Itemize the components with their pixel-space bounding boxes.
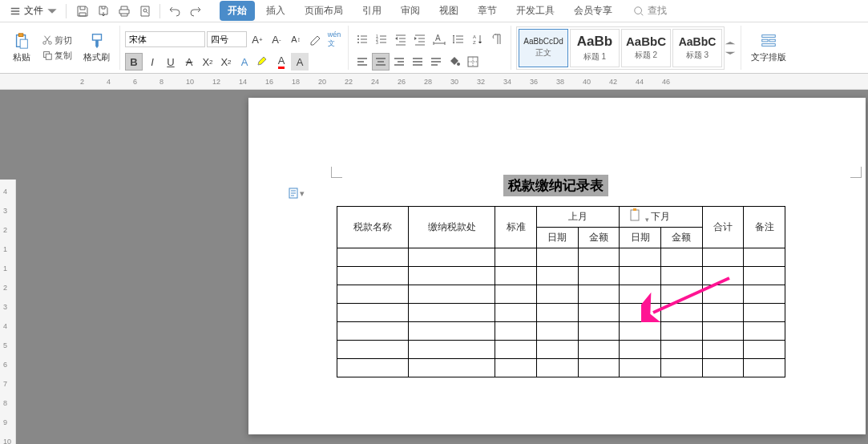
table-cell[interactable] <box>660 341 702 359</box>
col-lastmonth-amount[interactable]: 金额 <box>578 228 620 248</box>
table-cell[interactable] <box>620 304 661 322</box>
table-cell[interactable] <box>578 341 620 359</box>
underline-button[interactable]: U <box>162 53 180 71</box>
italic-button[interactable]: I <box>143 53 161 71</box>
table-cell[interactable] <box>337 248 409 267</box>
col-lastmonth-date[interactable]: 日期 <box>536 228 578 248</box>
align-right-button[interactable] <box>390 53 408 71</box>
table-cell[interactable] <box>536 341 578 359</box>
cut-button[interactable]: 剪切 <box>38 34 75 47</box>
shrink-font-button[interactable]: A- <box>268 30 285 48</box>
col-total[interactable]: 合计 <box>702 207 744 248</box>
line-spacing-button[interactable] <box>450 30 467 48</box>
print-preview-button[interactable] <box>137 3 153 19</box>
tab-references[interactable]: 引用 <box>354 1 390 21</box>
table-cell[interactable] <box>409 322 495 341</box>
font-color-button[interactable]: A <box>273 53 290 71</box>
table-cell[interactable] <box>495 359 537 377</box>
table-cell[interactable] <box>578 322 620 341</box>
sort-button[interactable]: AZ <box>469 30 486 48</box>
shading-button[interactable] <box>446 53 463 71</box>
decrease-indent-button[interactable] <box>392 30 410 48</box>
text-effects-button[interactable]: A <box>236 53 253 71</box>
tax-record-table[interactable]: 税款名称 缴纳税款处 标准 上月 下月 合计 备注 日期 金额 日期 金额 <box>337 206 785 377</box>
copy-button[interactable]: 复制 <box>38 49 75 63</box>
pinyin-button[interactable]: wén文 <box>325 30 343 48</box>
table-cell[interactable] <box>744 285 785 304</box>
document-title[interactable]: 税款缴纳记录表 <box>503 175 608 196</box>
table-cell[interactable] <box>660 322 702 341</box>
table-cell[interactable] <box>620 341 661 359</box>
show-marks-button[interactable] <box>488 30 506 48</box>
tab-view[interactable]: 视图 <box>431 1 466 21</box>
file-menu-button[interactable]: 文件 <box>3 2 64 19</box>
table-cell[interactable] <box>744 304 785 322</box>
table-cell[interactable] <box>660 304 702 322</box>
font-family-select[interactable] <box>125 31 205 47</box>
redo-button[interactable] <box>188 3 204 19</box>
borders-button[interactable] <box>464 53 482 71</box>
table-cell[interactable] <box>660 267 702 285</box>
table-cell[interactable] <box>536 285 578 304</box>
table-cell[interactable] <box>744 322 785 341</box>
table-cell[interactable] <box>660 285 702 304</box>
table-cell[interactable] <box>536 248 578 267</box>
tab-review[interactable]: 审阅 <box>393 1 428 21</box>
table-cell[interactable] <box>337 322 409 341</box>
col-tax-name[interactable]: 税款名称 <box>337 207 409 248</box>
table-cell[interactable] <box>409 341 495 359</box>
table-row[interactable] <box>337 267 785 285</box>
table-cell[interactable] <box>337 341 409 359</box>
table-cell[interactable] <box>578 304 620 322</box>
table-cell[interactable] <box>409 285 495 304</box>
table-cell[interactable] <box>495 304 537 322</box>
table-cell[interactable] <box>495 341 537 359</box>
document-page[interactable]: ▾ ▾ 税款缴纳记录表 税款名称 缴纳税款处 标准 上月 下月 合计 备注 <box>248 98 866 434</box>
table-cell[interactable] <box>578 267 620 285</box>
align-left-button[interactable] <box>353 53 371 71</box>
save-as-button[interactable] <box>95 3 111 19</box>
print-button[interactable] <box>116 3 132 19</box>
table-cell[interactable] <box>702 267 744 285</box>
justify-button[interactable] <box>409 53 426 71</box>
format-painter-button[interactable]: 格式刷 <box>79 30 115 65</box>
table-cell[interactable] <box>620 285 661 304</box>
col-remark[interactable]: 备注 <box>744 207 785 248</box>
table-cell[interactable] <box>660 248 702 267</box>
table-cell[interactable] <box>744 248 785 267</box>
char-scale-button[interactable]: A <box>430 30 448 48</box>
align-center-button[interactable] <box>372 53 390 71</box>
table-cell[interactable] <box>578 285 620 304</box>
table-row[interactable] <box>337 304 785 322</box>
table-cell[interactable] <box>337 304 409 322</box>
table-cell[interactable] <box>536 267 578 285</box>
table-cell[interactable] <box>337 267 409 285</box>
style-heading3[interactable]: AaBbC 标题 3 <box>672 29 722 67</box>
search-button[interactable]: 查找 <box>633 4 667 18</box>
tab-home[interactable]: 开始 <box>220 1 255 21</box>
table-cell[interactable] <box>620 267 661 285</box>
tab-insert[interactable]: 插入 <box>258 1 293 21</box>
table-cell[interactable] <box>660 359 702 377</box>
increase-indent-button[interactable] <box>411 30 429 48</box>
undo-button[interactable] <box>167 3 183 19</box>
horizontal-ruler[interactable]: 2468101214161820222426283032343638404244… <box>0 74 868 90</box>
paste-button[interactable]: 粘贴 <box>8 30 35 65</box>
bullets-button[interactable] <box>353 30 371 48</box>
table-cell[interactable] <box>409 359 495 377</box>
subscript-button[interactable]: X2 <box>217 53 235 71</box>
table-row[interactable] <box>337 322 785 341</box>
table-cell[interactable] <box>702 285 744 304</box>
highlight-button[interactable] <box>254 53 272 71</box>
col-group-lastmonth[interactable]: 上月 <box>536 207 619 228</box>
col-standard[interactable]: 标准 <box>495 207 537 248</box>
table-cell[interactable] <box>620 359 661 377</box>
table-cell[interactable] <box>495 322 537 341</box>
table-cell[interactable] <box>702 359 744 377</box>
styles-more-button[interactable] <box>725 29 736 67</box>
table-cell[interactable] <box>495 285 537 304</box>
strikethrough-button[interactable]: A <box>180 53 198 71</box>
col-tax-office[interactable]: 缴纳税款处 <box>409 207 495 248</box>
char-shading-button[interactable]: A <box>291 53 309 71</box>
numbering-button[interactable]: 123 <box>373 30 390 48</box>
